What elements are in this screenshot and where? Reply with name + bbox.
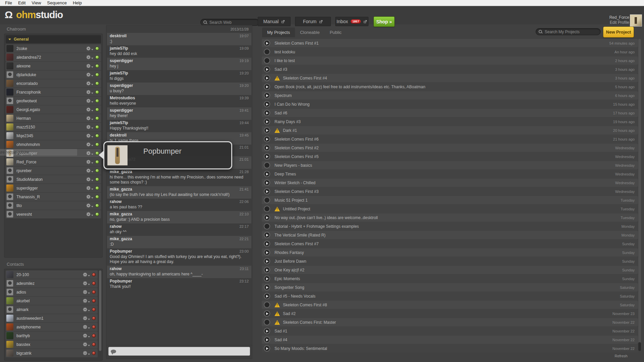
project-status-circle[interactable] [264,197,270,203]
chat-message[interactable]: Popbumper23:12Thank you!! [107,278,251,291]
gear-icon[interactable] [83,325,87,329]
gear-dropdown-caret-icon[interactable] [91,215,93,216]
contact-row[interactable]: adesmilez [6,279,98,288]
gear-icon[interactable] [86,195,91,199]
play-button[interactable] [264,84,270,90]
project-row[interactable]: New Players - basicsWednesday [262,161,638,169]
gear-dropdown-caret-icon[interactable] [91,162,93,164]
project-row[interactable]: Skeleton Comes First: MasterNovember 22 [262,318,638,326]
chatroom-group-general[interactable]: General [6,35,101,43]
tab-cloneable[interactable]: Cloneable [295,28,325,37]
play-button[interactable] [264,101,270,107]
chat-message[interactable]: superdigger19:41hey there! [107,107,251,120]
chatroom-user-row[interactable]: Mqe2345 [6,132,101,140]
gear-dropdown-caret-icon[interactable] [88,284,90,285]
contacts-scrollbar[interactable] [99,270,101,351]
contact-row[interactable]: akurbel [6,297,98,305]
project-row[interactable]: Skeleton Comes First #5Wednesday [262,152,638,161]
chat-input-box[interactable] [108,347,250,356]
gear-icon[interactable] [86,177,91,182]
chatroom-user-row[interactable]: GeorgLegato [6,105,101,114]
gear-dropdown-caret-icon[interactable] [88,301,90,303]
contact-row[interactable]: basstex [6,340,98,349]
project-row[interactable]: The Vertical Smile (Rated R)Monday [262,231,638,239]
gear-dropdown-caret-icon[interactable] [91,145,93,146]
contact-row[interactable]: austinweeden1 [6,314,98,322]
chat-message[interactable]: jamie57lp19:20hi diggs [107,70,251,83]
project-row[interactable]: Just Before DawnSunday [262,257,638,265]
play-button[interactable] [264,232,270,238]
chat-message[interactable]: Metrostudios19:39hello everyone [107,95,251,107]
menu-item-sequence[interactable]: Sequence [44,0,70,5]
menu-item-help[interactable]: Help [70,0,85,5]
chatroom-user-row[interactable]: alexone [6,62,101,70]
gear-dropdown-caret-icon[interactable] [91,49,93,50]
play-button[interactable] [264,275,270,282]
play-button[interactable] [264,75,270,81]
project-row[interactable]: Songwriter SongSaturday [262,283,638,292]
play-button[interactable] [264,136,270,142]
project-row[interactable]: Spectrum6 hours ago [262,91,638,100]
gear-icon[interactable] [83,281,87,286]
gear-dropdown-caret-icon[interactable] [88,293,90,294]
gear-icon[interactable] [86,46,91,51]
search-web-box[interactable] [200,19,259,26]
chat-message[interactable]: mike_gazza22:21:D [107,236,251,248]
project-status-circle[interactable] [264,206,270,212]
chatroom-user-row[interactable]: 2coke [6,44,101,53]
chatroom-user-row[interactable]: encorralado [6,79,101,88]
project-row[interactable]: Tutorial - Hybrit + Frohmage Settings ex… [262,222,638,230]
gear-dropdown-caret-icon[interactable] [91,136,93,138]
chatroom-user-row[interactable]: Thanassis_R [6,193,101,201]
project-row[interactable]: Rhodes FantasySunday [262,248,638,257]
project-row[interactable]: Skeleton Comes First #154 minutes ago [262,39,638,47]
projects-scrollbar[interactable] [638,39,641,351]
chatroom-user-row[interactable]: Francophonik [6,88,101,96]
contact-row[interactable]: bigcatrik [6,349,98,357]
gear-dropdown-caret-icon[interactable] [88,327,90,329]
gear-icon[interactable] [83,290,87,294]
tab-public[interactable]: Public [325,28,346,37]
gear-icon[interactable] [86,107,91,112]
project-row[interactable]: Skeleton Comes First #2Wednesday [262,144,638,152]
chat-message[interactable]: Popbumper23:00Good day Ohmies!! I am stu… [107,248,251,266]
gear-dropdown-caret-icon[interactable] [91,206,93,207]
gear-dropdown-caret-icon[interactable] [91,180,93,181]
contact-row[interactable]: almark [6,305,98,314]
project-row[interactable]: Sad #617 hours ago [262,109,638,117]
chatroom-user-row[interactable]: Herman [6,114,101,122]
chatroom-user-row[interactable]: Red_Force [6,158,101,166]
project-row[interactable]: Music 51 Project 1Tuesday [262,196,638,204]
chatroom-user-row[interactable]: geofwotwot [6,97,101,105]
project-status-circle[interactable] [264,162,270,168]
play-button[interactable] [264,337,270,343]
project-row[interactable]: Skeleton Comes First #621 hours ago [262,135,638,143]
inbox-button[interactable]: Inbox 1857 [335,17,368,26]
chat-message-input[interactable] [116,349,250,354]
chat-message[interactable]: jamie57lp19:44Happy Thanksgiving!! [107,120,251,132]
chat-message[interactable]: rahow23:11oh, happy thanksgiving to all … [107,266,251,278]
project-row[interactable]: Sad #5 - Needs VocalsSaturday [262,292,638,300]
project-row[interactable]: Skeleton Comes First #3Wednesday [262,187,638,196]
gear-icon[interactable] [86,134,91,138]
play-button[interactable] [264,145,270,151]
project-status-circle[interactable] [264,302,270,308]
search-web-input[interactable] [209,20,256,25]
play-button[interactable] [264,179,270,186]
menu-item-file[interactable]: File [2,0,15,5]
gear-icon[interactable] [86,212,91,216]
play-button[interactable] [264,241,270,247]
play-button[interactable] [264,328,270,334]
project-row[interactable]: Rainy Days #319 hours ago [262,117,638,126]
project-row[interactable]: Skeleton Comes First #8Saturday [262,301,638,309]
gear-icon[interactable] [86,55,91,59]
project-status-circle[interactable] [264,319,270,325]
edit-profile-link[interactable]: Edit Profile [609,20,629,25]
gear-dropdown-caret-icon[interactable] [88,275,90,276]
project-row[interactable]: Sad #1November 22 [262,327,638,335]
gear-icon[interactable] [83,299,87,303]
play-button[interactable] [264,40,270,46]
gear-dropdown-caret-icon[interactable] [91,75,93,76]
projects-scrollbar-thumb[interactable] [638,342,641,351]
gear-dropdown-caret-icon[interactable] [91,110,93,111]
